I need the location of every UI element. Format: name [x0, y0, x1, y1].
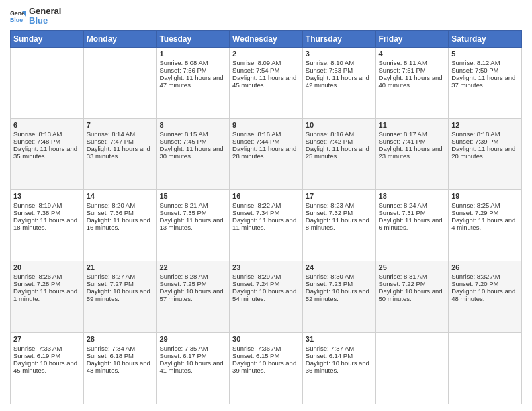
- calendar-cell: 16Sunrise: 8:22 AMSunset: 7:34 PMDayligh…: [230, 190, 303, 261]
- sunset-text: Sunset: 7:34 PM: [232, 209, 300, 216]
- day-number: 27: [13, 335, 81, 343]
- day-number: 5: [451, 50, 519, 58]
- logo-icon: General Blue: [10, 8, 26, 24]
- page-header: General Blue General Blue: [10, 7, 522, 26]
- daylight-text: Daylight: 11 hours and 35 minutes.: [13, 145, 81, 160]
- col-header-monday: Monday: [83, 30, 157, 47]
- sunrise-text: Sunrise: 8:11 AM: [379, 59, 446, 66]
- daylight-text: Daylight: 11 hours and 45 minutes.: [232, 74, 300, 89]
- daylight-text: Daylight: 11 hours and 8 minutes.: [306, 216, 373, 231]
- calendar-cell: 12Sunrise: 8:18 AMSunset: 7:39 PMDayligh…: [449, 118, 522, 189]
- day-number: 15: [159, 192, 226, 200]
- daylight-text: Daylight: 10 hours and 59 minutes.: [87, 287, 154, 302]
- sunrise-text: Sunrise: 8:10 AM: [306, 59, 373, 66]
- calendar-cell: [83, 47, 157, 118]
- sunset-text: Sunset: 7:41 PM: [379, 138, 446, 145]
- calendar-cell: [375, 332, 449, 404]
- daylight-text: Daylight: 10 hours and 45 minutes.: [13, 359, 81, 374]
- day-number: 31: [306, 335, 373, 343]
- day-number: 30: [232, 335, 300, 343]
- calendar-cell: 31Sunrise: 7:37 AMSunset: 6:14 PMDayligh…: [302, 332, 375, 404]
- sunset-text: Sunset: 7:20 PM: [451, 280, 519, 287]
- calendar-cell: 9Sunrise: 8:16 AMSunset: 7:44 PMDaylight…: [230, 118, 303, 189]
- sunrise-text: Sunrise: 8:12 AM: [451, 59, 519, 66]
- day-number: 8: [159, 121, 226, 129]
- day-number: 23: [232, 263, 300, 271]
- week-row-1: 1Sunrise: 8:08 AMSunset: 7:56 PMDaylight…: [11, 47, 522, 118]
- sunset-text: Sunset: 7:50 PM: [451, 66, 519, 74]
- day-number: 12: [451, 121, 519, 129]
- sunrise-text: Sunrise: 7:37 AM: [306, 345, 373, 352]
- sunset-text: Sunset: 7:42 PM: [306, 138, 373, 145]
- sunset-text: Sunset: 7:27 PM: [87, 280, 154, 287]
- sunrise-text: Sunrise: 8:22 AM: [232, 201, 300, 209]
- sunrise-text: Sunrise: 8:29 AM: [232, 273, 300, 280]
- calendar-cell: 27Sunrise: 7:33 AMSunset: 6:19 PMDayligh…: [11, 332, 84, 404]
- sunrise-text: Sunrise: 8:20 AM: [87, 201, 154, 209]
- sunset-text: Sunset: 6:19 PM: [13, 352, 81, 359]
- daylight-text: Daylight: 11 hours and 47 minutes.: [159, 74, 226, 89]
- col-header-saturday: Saturday: [449, 30, 522, 47]
- calendar-cell: 30Sunrise: 7:36 AMSunset: 6:15 PMDayligh…: [230, 332, 303, 404]
- daylight-text: Daylight: 11 hours and 30 minutes.: [159, 145, 226, 160]
- week-row-3: 13Sunrise: 8:19 AMSunset: 7:38 PMDayligh…: [11, 190, 522, 261]
- daylight-text: Daylight: 11 hours and 16 minutes.: [87, 216, 154, 231]
- sunset-text: Sunset: 7:51 PM: [379, 66, 446, 74]
- calendar-cell: 1Sunrise: 8:08 AMSunset: 7:56 PMDaylight…: [157, 47, 230, 118]
- sunrise-text: Sunrise: 8:16 AM: [232, 130, 300, 138]
- sunrise-text: Sunrise: 8:19 AM: [13, 201, 81, 209]
- daylight-text: Daylight: 11 hours and 42 minutes.: [306, 74, 373, 89]
- calendar-cell: 26Sunrise: 8:32 AMSunset: 7:20 PMDayligh…: [449, 261, 522, 332]
- sunrise-text: Sunrise: 7:34 AM: [87, 345, 154, 352]
- daylight-text: Daylight: 11 hours and 25 minutes.: [306, 145, 373, 160]
- day-number: 9: [232, 121, 300, 129]
- week-row-4: 20Sunrise: 8:26 AMSunset: 7:28 PMDayligh…: [11, 261, 522, 332]
- calendar-cell: 6Sunrise: 8:13 AMSunset: 7:48 PMDaylight…: [11, 118, 84, 189]
- daylight-text: Daylight: 11 hours and 4 minutes.: [451, 216, 519, 231]
- sunrise-text: Sunrise: 8:32 AM: [451, 273, 519, 280]
- col-header-tuesday: Tuesday: [157, 30, 230, 47]
- sunrise-text: Sunrise: 8:21 AM: [159, 201, 226, 209]
- sunset-text: Sunset: 7:39 PM: [451, 138, 519, 145]
- day-number: 19: [451, 192, 519, 200]
- sunset-text: Sunset: 7:45 PM: [159, 138, 226, 145]
- sunset-text: Sunset: 7:54 PM: [232, 66, 300, 74]
- day-number: 22: [159, 263, 226, 271]
- day-number: 20: [13, 263, 81, 271]
- sunset-text: Sunset: 7:53 PM: [306, 66, 373, 74]
- daylight-text: Daylight: 11 hours and 1 minute.: [13, 287, 81, 302]
- sunset-text: Sunset: 6:17 PM: [159, 352, 226, 359]
- calendar-cell: 3Sunrise: 8:10 AMSunset: 7:53 PMDaylight…: [302, 47, 375, 118]
- daylight-text: Daylight: 11 hours and 6 minutes.: [379, 216, 446, 231]
- daylight-text: Daylight: 11 hours and 18 minutes.: [13, 216, 81, 231]
- sunrise-text: Sunrise: 8:16 AM: [306, 130, 373, 138]
- day-number: 4: [379, 50, 446, 58]
- sunset-text: Sunset: 7:38 PM: [13, 209, 81, 216]
- sunrise-text: Sunrise: 8:27 AM: [87, 273, 154, 280]
- sunrise-text: Sunrise: 7:35 AM: [159, 345, 226, 352]
- daylight-text: Daylight: 10 hours and 36 minutes.: [306, 359, 373, 374]
- daylight-text: Daylight: 10 hours and 41 minutes.: [159, 359, 226, 374]
- sunrise-text: Sunrise: 8:15 AM: [159, 130, 226, 138]
- day-number: 25: [379, 263, 446, 271]
- day-number: 29: [159, 335, 226, 343]
- sunrise-text: Sunrise: 7:36 AM: [232, 345, 300, 352]
- logo-blue: Blue: [29, 16, 61, 26]
- sunset-text: Sunset: 7:31 PM: [379, 209, 446, 216]
- sunset-text: Sunset: 7:29 PM: [451, 209, 519, 216]
- daylight-text: Daylight: 11 hours and 23 minutes.: [379, 145, 446, 160]
- calendar-cell: 13Sunrise: 8:19 AMSunset: 7:38 PMDayligh…: [11, 190, 84, 261]
- sunrise-text: Sunrise: 8:08 AM: [159, 59, 226, 66]
- day-number: 1: [159, 50, 226, 58]
- day-number: 7: [87, 121, 154, 129]
- calendar-cell: [449, 332, 522, 404]
- col-header-sunday: Sunday: [11, 30, 84, 47]
- calendar-cell: 21Sunrise: 8:27 AMSunset: 7:27 PMDayligh…: [83, 261, 157, 332]
- sunrise-text: Sunrise: 8:30 AM: [306, 273, 373, 280]
- calendar-cell: 22Sunrise: 8:28 AMSunset: 7:25 PMDayligh…: [157, 261, 230, 332]
- sunset-text: Sunset: 7:32 PM: [306, 209, 373, 216]
- calendar-cell: 11Sunrise: 8:17 AMSunset: 7:41 PMDayligh…: [375, 118, 449, 189]
- sunrise-text: Sunrise: 8:13 AM: [13, 130, 81, 138]
- col-header-wednesday: Wednesday: [230, 30, 303, 47]
- calendar-cell: 7Sunrise: 8:14 AMSunset: 7:47 PMDaylight…: [83, 118, 157, 189]
